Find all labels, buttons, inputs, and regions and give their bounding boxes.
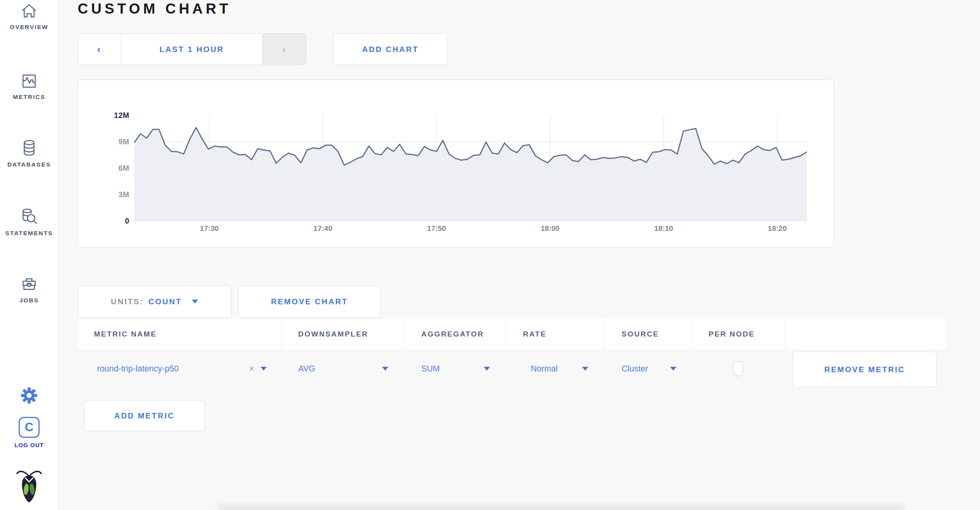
dock-shadow <box>217 501 905 510</box>
x-tick-label: 17:50 <box>427 224 446 233</box>
x-tick-label: 18:10 <box>654 224 673 233</box>
units-prefix-label: UNITS: <box>111 297 144 306</box>
chevron-left-icon: ‹ <box>97 43 102 56</box>
add-chart-button[interactable]: ADD CHART <box>333 33 448 65</box>
y-axis-labels: 03M6M9M12M <box>78 115 129 221</box>
units-value: COUNT <box>148 297 182 306</box>
logout-label: LOG OUT <box>0 442 58 448</box>
column-header-actions <box>785 319 946 349</box>
sidebar-item-label: OVERVIEW <box>0 24 58 31</box>
sidebar-item-statements[interactable]: STATEMENTS <box>0 208 58 237</box>
gear-icon <box>19 385 40 406</box>
units-dropdown[interactable]: UNITS: COUNT <box>78 285 231 318</box>
rate-select[interactable]: Normal <box>507 349 604 388</box>
settings-button[interactable] <box>0 385 58 409</box>
briefcase-icon <box>20 276 38 293</box>
sidebar-item-label: METRICS <box>0 94 58 101</box>
clear-metric-icon[interactable]: × <box>249 363 254 374</box>
page-title: CUSTOM CHART <box>78 1 231 17</box>
caret-down-icon <box>484 367 490 371</box>
aggregator-select[interactable]: SUM <box>405 349 506 388</box>
timeseries-svg <box>134 115 807 221</box>
caret-down-icon <box>670 367 676 371</box>
column-header-rate: RATE <box>507 319 604 349</box>
cockroach-logo <box>0 469 58 507</box>
chart-card: 03M6M9M12M 17:3017:4017:5018:0018:1018:2… <box>78 80 834 248</box>
cockroach-bug-icon <box>16 469 42 504</box>
caret-down-icon <box>261 367 267 371</box>
time-prev-button[interactable]: ‹ <box>78 34 121 65</box>
y-tick-label: 3M <box>118 190 129 199</box>
x-tick-label: 17:30 <box>200 224 219 233</box>
column-header-metric-name: METRIC NAME <box>78 319 281 349</box>
sidebar-item-metrics[interactable]: METRICS <box>0 72 58 101</box>
sidebar-item-jobs[interactable]: JOBS <box>0 276 58 304</box>
remove-chart-button[interactable]: REMOVE CHART <box>238 285 381 318</box>
home-icon <box>20 2 38 20</box>
logout-button[interactable]: C LOG OUT <box>0 417 58 448</box>
y-tick-label: 0 <box>125 217 129 226</box>
time-next-button[interactable]: › <box>263 34 306 65</box>
metrics-icon <box>20 72 38 90</box>
column-header-per-node: PER NODE <box>692 319 784 349</box>
caret-down-icon <box>382 367 388 371</box>
downsampler-select[interactable]: AVG <box>282 349 404 388</box>
sidebar-item-databases[interactable]: DATABASES <box>0 139 58 168</box>
time-range-label: LAST 1 HOUR <box>160 45 224 54</box>
metric-name-select[interactable]: round-trip-latency-p50 × <box>78 349 281 388</box>
caret-down-icon <box>582 367 588 371</box>
x-tick-label: 18:00 <box>540 224 560 233</box>
per-node-cell <box>692 349 784 388</box>
main-content: CUSTOM CHART ‹ LAST 1 HOUR › ADD CHART 0… <box>58 0 980 510</box>
column-header-source: SOURCE <box>605 319 691 349</box>
y-tick-label: 12M <box>114 111 129 120</box>
cockroach-monogram-icon: C <box>19 417 40 438</box>
column-header-aggregator: AGGREGATOR <box>405 319 506 349</box>
sidebar: OVERVIEW METRICS DATABASES <box>0 0 58 510</box>
database-icon <box>20 139 38 158</box>
column-header-downsampler: DOWNSAMPLER <box>282 319 404 349</box>
add-metric-button[interactable]: ADD METRIC <box>84 400 205 431</box>
statements-icon <box>20 208 38 226</box>
caret-down-icon <box>192 300 198 304</box>
y-tick-label: 6M <box>118 164 129 173</box>
source-select[interactable]: Cluster <box>605 349 691 388</box>
custom-chart-page: OVERVIEW METRICS DATABASES <box>0 0 980 510</box>
chevron-right-icon: › <box>282 43 287 56</box>
x-tick-label: 18:20 <box>768 224 787 233</box>
per-node-checkbox[interactable] <box>733 361 743 376</box>
sidebar-item-label: JOBS <box>0 297 58 304</box>
sidebar-item-overview[interactable]: OVERVIEW <box>0 2 58 31</box>
time-range-selector: ‹ LAST 1 HOUR › <box>78 33 306 65</box>
time-range-dropdown[interactable]: LAST 1 HOUR <box>121 34 263 65</box>
y-tick-label: 9M <box>118 137 129 146</box>
x-tick-label: 17:40 <box>313 224 332 233</box>
sidebar-item-label: DATABASES <box>0 161 58 168</box>
remove-metric-button[interactable]: REMOVE METRIC <box>792 352 937 387</box>
sidebar-item-label: STATEMENTS <box>0 230 58 237</box>
x-axis-labels: 17:3017:4017:5018:0018:1018:20 <box>134 224 807 236</box>
metric-name-value: round-trip-latency-p50 <box>97 364 179 374</box>
chart-plot[interactable] <box>134 115 807 221</box>
